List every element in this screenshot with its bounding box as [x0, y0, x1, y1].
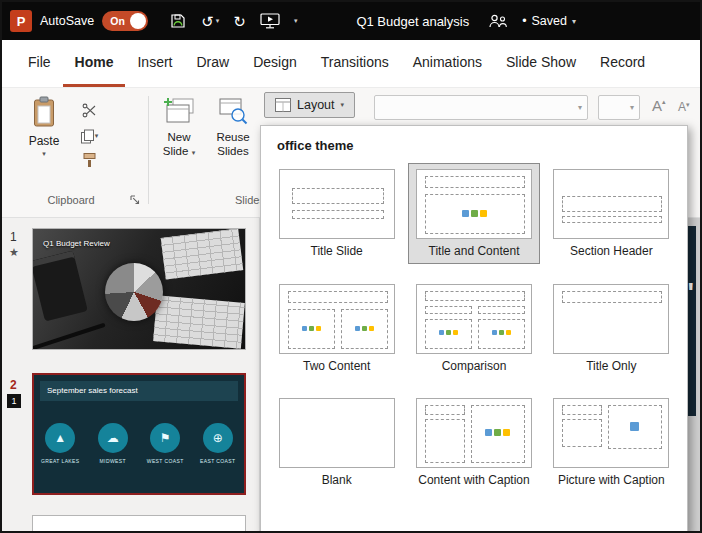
- tab-transitions[interactable]: Transitions: [309, 40, 401, 87]
- region-icons-row: ▲ GREAT LAKES ☁ MIDWEST ⚑ WEST COAST ⊕ E…: [34, 423, 244, 464]
- placeholder-box: [562, 419, 602, 447]
- chevron-down-icon: ▾: [216, 17, 220, 25]
- placeholder-box: [425, 176, 525, 188]
- copy-icon: [80, 129, 95, 144]
- dialog-launcher-icon: [130, 195, 140, 205]
- layout-label: Section Header: [551, 244, 672, 259]
- tab-design[interactable]: Design: [241, 40, 309, 87]
- present-button[interactable]: [253, 11, 287, 31]
- grow-font-button[interactable]: A▴: [652, 97, 666, 114]
- document-title[interactable]: Q1 Budget analysis: [356, 14, 469, 29]
- placeholder-box: [425, 419, 465, 463]
- redo-button[interactable]: ↻: [226, 12, 253, 31]
- new-slide-label: New Slide ▾: [156, 131, 202, 158]
- save-status-menu[interactable]: • Saved ▾: [515, 12, 583, 30]
- tab-file[interactable]: File: [16, 40, 63, 87]
- clipboard-group-label: Clipboard: [10, 194, 132, 206]
- ribbon-tab-bar: File Home Insert Draw Design Transitions…: [2, 40, 700, 88]
- quick-access-more-button[interactable]: ▾: [287, 15, 305, 27]
- region-label: MIDWEST: [87, 458, 140, 464]
- caret-down-icon: ▾: [686, 101, 690, 109]
- transition-star-icon: ★: [9, 246, 19, 259]
- clipboard-paste-icon: [32, 96, 56, 128]
- slide-3-thumbnail[interactable]: [32, 515, 246, 533]
- layout-option-content-with-caption[interactable]: Content with Caption: [408, 392, 539, 493]
- cut-button[interactable]: [78, 100, 100, 120]
- region-great-lakes: ▲ GREAT LAKES: [34, 423, 87, 464]
- layout-thumbnail: [279, 169, 395, 239]
- autosave-label: AutoSave: [40, 14, 94, 28]
- chevron-down-icon: ▾: [578, 103, 582, 112]
- slide-2-thumbnail[interactable]: September sales forecast ▲ GREAT LAKES ☁…: [32, 373, 246, 495]
- layout-thumbnail: [279, 284, 395, 354]
- globe-icon: ⊕: [203, 423, 233, 453]
- tab-insert[interactable]: Insert: [125, 40, 184, 87]
- titlebar-right-group: • Saved ▾: [481, 12, 583, 31]
- layout-label: Two Content: [276, 359, 397, 374]
- autosave-toggle[interactable]: On: [102, 11, 148, 31]
- pen-image: [32, 323, 106, 350]
- layout-thumbnail: [279, 398, 395, 468]
- slide-2-number: 2: [10, 378, 17, 392]
- font-name-combobox[interactable]: ▾: [374, 95, 588, 120]
- copy-button[interactable]: ▾: [78, 126, 100, 146]
- save-button[interactable]: [162, 10, 194, 32]
- format-painter-button[interactable]: [78, 150, 100, 170]
- titlebar: P AutoSave On ↺ ▾ ↻ ▾ Q1 Budget analysis: [2, 2, 700, 40]
- spreadsheet-image: [161, 228, 244, 279]
- autosave-state: On: [110, 15, 125, 27]
- layout-option-title-only[interactable]: Title Only: [546, 278, 677, 379]
- placeholder-box: [562, 291, 662, 303]
- undo-icon: ↺: [201, 14, 214, 29]
- shrink-font-letter: A: [678, 100, 686, 114]
- new-slide-button[interactable]: New Slide ▾: [152, 96, 206, 192]
- content-art: [462, 210, 487, 217]
- tab-home[interactable]: Home: [63, 40, 126, 87]
- toggle-knob-icon: [130, 13, 146, 29]
- layout-option-title-and-content[interactable]: Title and Content: [408, 163, 539, 264]
- layout-thumbnail: [416, 169, 532, 239]
- slide-1-title: Q1 Budget Review: [43, 239, 110, 248]
- tab-animations[interactable]: Animations: [401, 40, 494, 87]
- layout-label: Layout: [297, 98, 335, 112]
- undo-button[interactable]: ↺ ▾: [194, 12, 226, 31]
- layout-button[interactable]: Layout ▾: [264, 92, 355, 118]
- scissors-icon: [82, 103, 97, 118]
- grow-font-letter: A: [652, 97, 662, 114]
- layout-option-picture-with-caption[interactable]: Picture with Caption: [546, 392, 677, 493]
- placeholder-box: [292, 210, 384, 219]
- layout-option-comparison[interactable]: Comparison: [408, 278, 539, 379]
- layout-thumbnail: [416, 284, 532, 354]
- mountains-icon: ▲: [45, 423, 75, 453]
- placeholder-box: [562, 405, 602, 415]
- chevron-down-icon: ▾: [95, 132, 99, 140]
- layout-option-title-slide[interactable]: Title Slide: [271, 163, 402, 264]
- share-people-button[interactable]: [481, 12, 515, 31]
- chevron-down-icon: ▾: [341, 101, 345, 109]
- format-painter-icon: [82, 152, 97, 168]
- present-icon: [260, 13, 280, 29]
- layout-option-blank[interactable]: Blank: [271, 392, 402, 493]
- layout-label: Title Only: [551, 359, 672, 374]
- saved-dot: •: [522, 14, 526, 28]
- powerpoint-app-icon[interactable]: P: [10, 10, 32, 32]
- placeholder-box: [425, 405, 465, 415]
- tab-draw[interactable]: Draw: [184, 40, 241, 87]
- region-east-coast: ⊕ EAST COAST: [192, 423, 245, 464]
- reuse-slides-button[interactable]: Reuse Slides: [206, 96, 260, 192]
- animation-badge: 1: [7, 394, 21, 408]
- paste-button[interactable]: Paste ▾: [16, 96, 72, 184]
- tab-slide-show[interactable]: Slide Show: [494, 40, 588, 87]
- region-west-coast: ⚑ WEST COAST: [139, 423, 192, 464]
- slide-1-thumbnail[interactable]: Q1 Budget Review: [32, 228, 246, 350]
- slide-2-title: September sales forecast: [40, 381, 238, 401]
- tab-record[interactable]: Record: [588, 40, 657, 87]
- clipboard-dialog-launcher[interactable]: [128, 193, 142, 207]
- chevron-down-icon: ▾: [572, 17, 576, 26]
- layout-option-section-header[interactable]: Section Header: [546, 163, 677, 264]
- reuse-slides-label: Reuse Slides: [210, 131, 256, 158]
- placeholder-box: [292, 188, 384, 204]
- layout-option-two-content[interactable]: Two Content: [271, 278, 402, 379]
- font-size-combobox[interactable]: ▾: [598, 95, 640, 120]
- shrink-font-button[interactable]: A▾: [678, 100, 690, 114]
